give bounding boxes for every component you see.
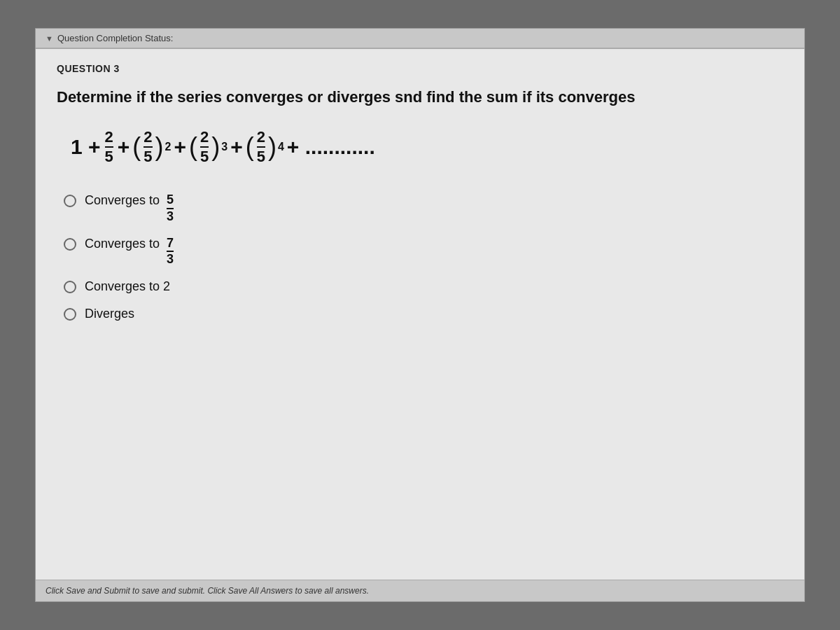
option-fraction-1: 5 3 [167, 193, 174, 224]
radio-1[interactable] [64, 195, 76, 207]
footer-bar: Click Save and Submit to save and submit… [36, 580, 804, 601]
frac-den-3: 5 [200, 148, 209, 165]
frac-num-2: 2 [144, 129, 152, 148]
paren-frac-2: ( 2 5 ) 2 [132, 129, 171, 165]
option-fraction-2: 7 3 [167, 237, 174, 267]
open-paren-3: ( [246, 134, 254, 160]
opt1-frac-den: 3 [167, 209, 174, 224]
status-text: Question Completion Status: [57, 33, 173, 43]
option-label-4: Diverges [85, 307, 134, 321]
option-row-2[interactable]: Converges to 7 3 [64, 237, 783, 267]
main-container: ▼ Question Completion Status: QUESTION 3… [35, 28, 805, 602]
status-bar: ▼ Question Completion Status: [36, 29, 804, 49]
close-paren-3: ) [268, 134, 276, 160]
close-paren-2: ) [211, 134, 220, 160]
open-paren-2: ( [189, 134, 197, 160]
paren-frac-3: ( 2 5 ) 3 [189, 129, 227, 165]
radio-3[interactable] [64, 281, 76, 293]
frac-num-3: 2 [200, 129, 209, 148]
option-text-4: Diverges [85, 307, 134, 321]
fraction-denominator: 5 [105, 148, 113, 165]
opt1-frac-num: 5 [167, 193, 174, 209]
option-label-2: Converges to 7 3 [85, 237, 174, 267]
options-container: Converges to 5 3 Converges to 7 3 [64, 193, 783, 321]
question-label: QUESTION 3 [57, 63, 783, 74]
option-text-3: Converges to 2 [85, 279, 170, 294]
option-row-3[interactable]: Converges to 2 [64, 279, 783, 294]
opt2-frac-den: 3 [167, 252, 174, 267]
option-label-3: Converges to 2 [85, 279, 170, 294]
question-text: Determine if the series converges or div… [57, 87, 783, 108]
content-area: QUESTION 3 Determine if the series conve… [36, 49, 804, 580]
option-text-1: Converges to [85, 193, 160, 208]
radio-2[interactable] [64, 238, 76, 251]
math-term-1: 1 + 2 5 + ( 2 5 ) 2 + ( [71, 129, 375, 165]
fraction-2-5-cu: 2 5 [200, 129, 209, 165]
option-label-1: Converges to 5 3 [85, 193, 174, 224]
frac-den-4: 5 [257, 148, 265, 165]
paren-frac-4: ( 2 5 ) 4 [246, 129, 284, 165]
close-paren-1: ) [155, 134, 164, 160]
fraction-2-5: 2 5 [105, 129, 113, 165]
option-row-1[interactable]: Converges to 5 3 [64, 193, 783, 224]
math-expression: 1 + 2 5 + ( 2 5 ) 2 + ( [71, 129, 783, 165]
fraction-2-5-4th: 2 5 [257, 129, 265, 165]
status-arrow: ▼ [46, 34, 53, 43]
opt2-frac-num: 7 [167, 237, 174, 253]
option-text-2: Converges to [85, 237, 160, 251]
option-row-4[interactable]: Diverges [64, 307, 783, 321]
fraction-numerator: 2 [105, 129, 113, 148]
radio-4[interactable] [64, 308, 76, 321]
frac-num-4: 2 [257, 129, 265, 148]
open-paren-1: ( [132, 134, 141, 160]
fraction-2-5-sq: 2 5 [144, 129, 152, 165]
frac-den-2: 5 [144, 148, 152, 165]
footer-text: Click Save and Submit to save and submit… [46, 586, 369, 596]
